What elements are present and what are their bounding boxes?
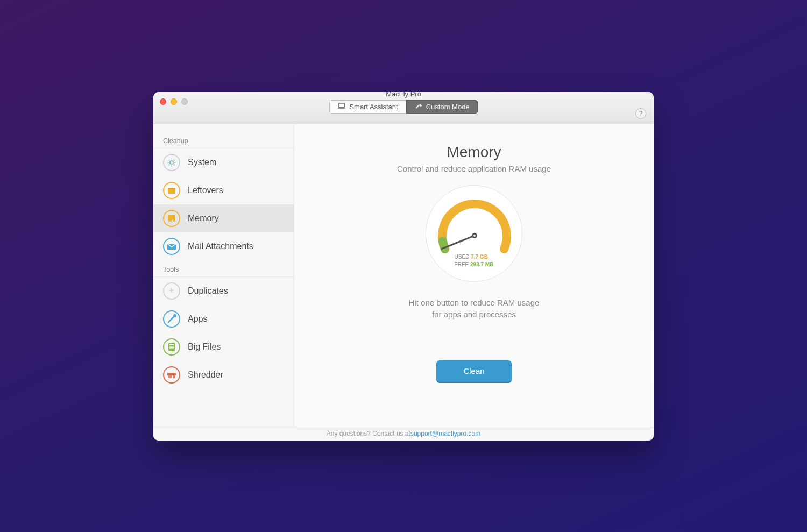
sidebar-item-label: System [188, 158, 216, 167]
shred-icon [163, 366, 180, 384]
hint-line-2: for apps and processes [409, 309, 540, 321]
window-title: MacFly Pro [386, 92, 421, 98]
titlebar: MacFly Pro Smart Assistant Custom Mode ? [153, 92, 654, 124]
main-pane: Memory Control and reduce application RA… [294, 124, 654, 427]
sidebar: Cleanup System Leftovers Memory [153, 124, 294, 427]
sidebar-item-label: Big Files [188, 342, 221, 352]
sidebar-item-label: Duplicates [188, 286, 228, 296]
svg-rect-5 [168, 188, 175, 189]
svg-rect-18 [167, 373, 176, 375]
tab-smart-assistant[interactable]: Smart Assistant [329, 100, 406, 114]
svg-rect-0 [339, 103, 345, 107]
sidebar-item-apps[interactable]: Apps [153, 305, 294, 333]
sidebar-item-memory[interactable]: Memory [153, 204, 294, 232]
free-label: FREE [455, 261, 469, 267]
window-body: Cleanup System Leftovers Memory [153, 124, 654, 427]
envelope-icon [163, 238, 180, 255]
zoom-window-button[interactable] [181, 98, 188, 105]
tab-custom-mode[interactable]: Custom Mode [406, 100, 478, 114]
svg-point-21 [473, 235, 476, 237]
sidebar-item-label: Memory [188, 214, 219, 223]
memory-gauge: USED 7.7 GB FREE 298.7 MB [426, 185, 522, 282]
used-value: 7.7 GB [471, 254, 488, 260]
clean-button[interactable]: Clean [436, 360, 512, 382]
footer: Any questions? Contact us at support@mac… [153, 427, 654, 441]
files-icon [163, 338, 180, 356]
free-value: 298.7 MB [470, 261, 493, 267]
gauge-readout: USED 7.7 GB FREE 298.7 MB [455, 253, 494, 268]
mode-switcher: Smart Assistant Custom Mode [329, 100, 477, 114]
gear-icon [163, 154, 180, 171]
support-email-link[interactable]: support@macflypro.com [410, 430, 480, 437]
svg-rect-7 [168, 215, 175, 220]
tools-icon [163, 310, 180, 328]
laptop-icon [337, 103, 346, 111]
hint-text: Hit one button to reduce RAM usage for a… [409, 297, 540, 321]
close-window-button[interactable] [160, 98, 166, 105]
svg-rect-14 [169, 344, 174, 345]
minimize-window-button[interactable] [171, 98, 177, 105]
page-title: Memory [447, 144, 501, 161]
sidebar-item-duplicates[interactable]: Duplicates [153, 277, 294, 305]
box-icon [163, 182, 180, 199]
window-controls [160, 98, 188, 105]
wrench-icon [414, 103, 423, 111]
sidebar-item-mail-attachments[interactable]: Mail Attachments [153, 232, 294, 260]
hint-line-1: Hit one button to reduce RAM usage [409, 297, 540, 309]
svg-point-2 [170, 161, 173, 164]
svg-rect-1 [338, 108, 345, 109]
sidebar-item-big-files[interactable]: Big Files [153, 333, 294, 361]
tab-label: Custom Mode [426, 103, 470, 111]
sidebar-item-leftovers[interactable]: Leftovers [153, 176, 294, 204]
sidebar-section-cleanup: Cleanup [153, 132, 294, 148]
sparkle-icon [163, 282, 180, 300]
sidebar-item-label: Leftovers [188, 186, 223, 195]
sidebar-item-label: Apps [188, 314, 207, 324]
chip-icon [163, 210, 180, 227]
app-window: MacFly Pro Smart Assistant Custom Mode ?… [153, 92, 654, 441]
help-button[interactable]: ? [635, 108, 646, 119]
sidebar-item-label: Shredder [188, 370, 223, 380]
footer-text: Any questions? Contact us at [327, 430, 410, 437]
sidebar-item-system[interactable]: System [153, 148, 294, 176]
page-subtitle: Control and reduce application RAM usage [397, 164, 551, 173]
svg-rect-13 [168, 343, 175, 351]
sidebar-item-shredder[interactable]: Shredder [153, 361, 294, 389]
tab-label: Smart Assistant [349, 103, 398, 111]
used-label: USED [455, 254, 470, 260]
svg-point-11 [173, 314, 176, 317]
sidebar-section-tools: Tools [153, 260, 294, 277]
svg-rect-15 [169, 346, 174, 347]
sidebar-item-label: Mail Attachments [188, 242, 253, 251]
svg-rect-16 [169, 347, 174, 349]
